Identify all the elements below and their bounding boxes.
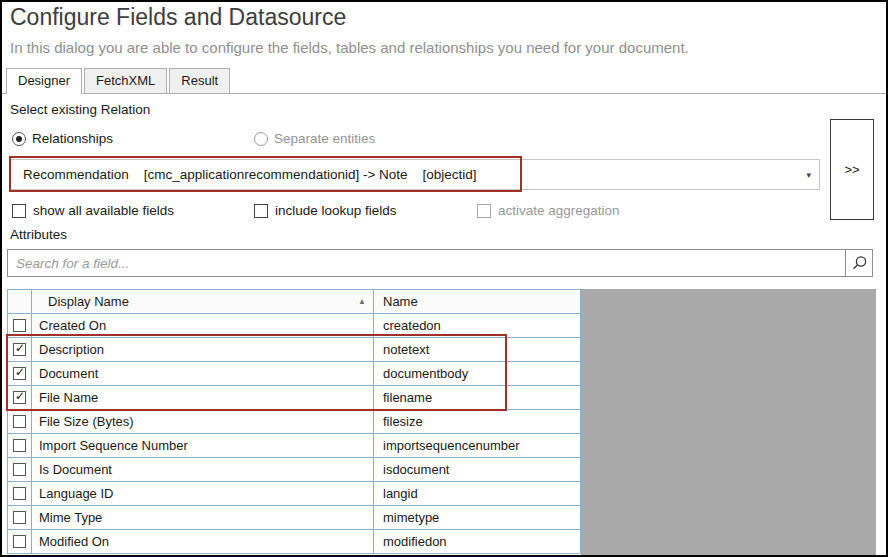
row-checkbox[interactable] (13, 367, 26, 380)
tab-bar: Designer FetchXML Result (6, 68, 232, 94)
radio-button-icon (254, 132, 268, 146)
page-title: Configure Fields and Datasource (10, 4, 346, 31)
tab-designer[interactable]: Designer (6, 68, 82, 94)
table-row[interactable]: Modified On modifiedon (8, 530, 581, 554)
radio-button-icon (12, 132, 26, 146)
magnifier-icon (851, 255, 868, 272)
table-row[interactable]: File Name filename (8, 386, 581, 410)
relation-section-label: Select existing Relation (10, 102, 150, 117)
table-row[interactable]: File Size (Bytes) filesize (8, 410, 581, 434)
configure-dialog-window: Configure Fields and Datasource In this … (0, 0, 888, 557)
cell-display-name: Description (32, 338, 374, 362)
row-checkbox[interactable] (13, 415, 26, 428)
table-row[interactable]: Import Sequence Number importsequencenum… (8, 434, 581, 458)
row-checkbox-cell (8, 338, 32, 362)
checkbox-show-all-fields[interactable]: show all available fields (12, 203, 174, 218)
cell-name: filename (374, 386, 581, 410)
cell-name: mimetype (374, 506, 581, 530)
cell-display-name: Is Document (32, 458, 374, 482)
row-checkbox-cell (8, 506, 32, 530)
cell-name: createdon (374, 314, 581, 338)
row-checkbox-cell (8, 362, 32, 386)
relation-combobox-value: Recommendation [cmc_applicationrecommend… (11, 167, 477, 182)
expand-button[interactable]: >> (830, 119, 874, 220)
search-button[interactable] (845, 250, 872, 276)
row-checkbox-cell (8, 530, 32, 554)
checkbox-icon (254, 204, 268, 218)
attributes-table: Display Name ▲ Name Created On createdon… (7, 289, 581, 554)
column-header-display-name-label: Display Name (48, 294, 129, 309)
cell-name: importsequencenumber (374, 434, 581, 458)
tab-result[interactable]: Result (169, 68, 230, 93)
search-input[interactable] (8, 250, 845, 276)
cell-display-name: Import Sequence Number (32, 434, 374, 458)
row-checkbox[interactable] (13, 535, 26, 548)
cell-display-name: Modified On (32, 530, 374, 554)
row-checkbox[interactable] (13, 319, 26, 332)
cell-name: notetext (374, 338, 581, 362)
cell-display-name: Created On (32, 314, 374, 338)
row-checkbox-cell (8, 434, 32, 458)
sort-ascending-icon: ▲ (358, 297, 366, 306)
radio-relationships-label: Relationships (32, 131, 113, 146)
checkbox-activate-aggregation-label: activate aggregation (498, 203, 620, 218)
table-empty-area (581, 289, 876, 555)
cell-name: langid (374, 482, 581, 506)
cell-name: documentbody (374, 362, 581, 386)
table-row[interactable]: Is Document isdocument (8, 458, 581, 482)
table-row[interactable]: Description notetext (8, 338, 581, 362)
checkbox-activate-aggregation: activate aggregation (477, 203, 620, 218)
row-checkbox[interactable] (13, 463, 26, 476)
row-checkbox[interactable] (13, 487, 26, 500)
row-checkbox[interactable] (13, 391, 26, 404)
cell-display-name: Mime Type (32, 506, 374, 530)
row-checkbox-cell (8, 458, 32, 482)
cell-display-name: File Size (Bytes) (32, 410, 374, 434)
cell-display-name: Language ID (32, 482, 374, 506)
column-header-display-name[interactable]: Display Name ▲ (32, 290, 374, 314)
checkbox-icon (477, 204, 491, 218)
cell-name: modifiedon (374, 530, 581, 554)
table-header-row: Display Name ▲ Name (8, 290, 581, 314)
tab-fetchxml-label: FetchXML (96, 73, 155, 88)
row-checkbox-cell (8, 386, 32, 410)
cell-name: filesize (374, 410, 581, 434)
chevron-down-icon[interactable]: ▾ (806, 170, 819, 180)
column-header-name[interactable]: Name (374, 290, 581, 314)
tab-result-label: Result (181, 73, 218, 88)
row-checkbox-cell (8, 314, 32, 338)
table-row[interactable]: Created On createdon (8, 314, 581, 338)
checkbox-include-lookup-fields-label: include lookup fields (275, 203, 397, 218)
checkbox-show-all-fields-label: show all available fields (33, 203, 174, 218)
tab-fetchxml[interactable]: FetchXML (84, 68, 167, 93)
row-checkbox[interactable] (13, 439, 26, 452)
row-checkbox[interactable] (13, 343, 26, 356)
cell-name: isdocument (374, 458, 581, 482)
attributes-section-label: Attributes (10, 227, 67, 242)
search-bar (7, 249, 873, 277)
checkbox-include-lookup-fields[interactable]: include lookup fields (254, 203, 397, 218)
tab-designer-label: Designer (18, 73, 70, 88)
cell-display-name: File Name (32, 386, 374, 410)
table-row[interactable]: Mime Type mimetype (8, 506, 581, 530)
row-checkbox[interactable] (13, 511, 26, 524)
table-row[interactable]: Language ID langid (8, 482, 581, 506)
row-checkbox-cell (8, 410, 32, 434)
radio-separate-entities[interactable]: Separate entities (254, 131, 375, 146)
radio-separate-entities-label: Separate entities (274, 131, 375, 146)
table-row[interactable]: Document documentbody (8, 362, 581, 386)
row-checkbox-cell (8, 482, 32, 506)
relation-combobox[interactable]: Recommendation [cmc_applicationrecommend… (10, 159, 820, 190)
page-subtitle: In this dialog you are able to configure… (10, 39, 689, 56)
header-checkbox-cell (8, 290, 32, 314)
cell-display-name: Document (32, 362, 374, 386)
column-header-name-label: Name (383, 294, 418, 309)
radio-relationships[interactable]: Relationships (12, 131, 113, 146)
checkbox-icon (12, 204, 26, 218)
